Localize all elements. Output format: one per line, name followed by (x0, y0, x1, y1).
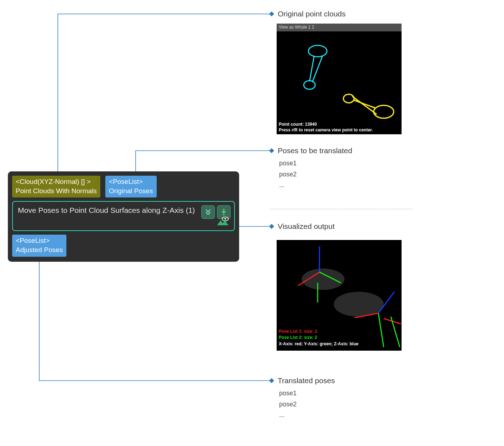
list-item: pose2 (279, 399, 335, 410)
output-port-adjusted-poses[interactable]: <PoseList> Adjusted Poses (12, 235, 66, 256)
callout-label: Original point clouds (278, 10, 346, 18)
eye-landscape-icon (216, 217, 229, 226)
callout-visualized-output: Visualized output (270, 222, 335, 231)
point-count-text: Point count: 13940 (279, 121, 373, 127)
pose-viewer-legend: Pose List 1: size: 2 Pose List 2: size: … (279, 329, 358, 347)
list-item: pose1 (279, 158, 352, 169)
pose-list-1-size: Pose List 1: size: 2 (279, 329, 358, 335)
callout-label: Translated poses (278, 376, 335, 385)
list-item: pose2 (279, 169, 352, 180)
list-item: ... (279, 180, 352, 191)
node-title: Move Poses to Point Cloud Surfaces along… (18, 206, 195, 215)
point-cloud-viewer: View as Whole 1 2 Point count: 13940 Pre… (277, 24, 402, 134)
node-body: Move Poses to Point Cloud Surfaces along… (12, 201, 235, 231)
visualize-output-button[interactable] (216, 217, 229, 227)
run-step-button[interactable] (201, 205, 215, 219)
diamond-icon (269, 11, 274, 16)
callout-label: Poses to be translated (278, 146, 352, 155)
callout-original-point-clouds: Original point clouds (270, 10, 346, 18)
diamond-icon (269, 224, 274, 229)
port-label: Point Clouds With Normals (16, 187, 97, 195)
callout-poses-to-translate: Poses to be translated pose1 pose2 ... (270, 146, 352, 191)
callout-translated-poses: Translated poses pose1 pose2 ... (270, 376, 335, 421)
axis-legend: X-Axis: red; Y-Axis: green; Z-Axis: blue (279, 341, 358, 347)
svg-rect-3 (277, 31, 402, 134)
point-cloud-visual (277, 31, 402, 134)
input-port-point-clouds[interactable]: <Cloud(XYZ-Normal) [] > Point Clouds Wit… (12, 176, 100, 197)
port-label: Adjusted Poses (16, 246, 63, 254)
port-type: <PoseList> (109, 177, 153, 186)
pose-list: pose1 pose2 ... (279, 158, 352, 191)
port-label: Original Poses (109, 187, 153, 195)
svg-point-2 (225, 218, 226, 220)
down-arrow-stop-icon (220, 208, 228, 216)
diamond-icon (269, 378, 274, 383)
list-item: ... (279, 410, 335, 421)
callout-label: Visualized output (278, 222, 335, 230)
viewer-hint-text: Press r/R to reset camera view point to … (279, 127, 373, 133)
port-type: <Cloud(XYZ-Normal) [] > (16, 177, 97, 186)
viewer-footer: Point count: 13940 Press r/R to reset ca… (279, 121, 373, 133)
port-type: <PoseList> (16, 236, 63, 245)
diamond-icon (269, 148, 274, 153)
list-item: pose1 (279, 388, 335, 399)
section-divider (270, 209, 413, 209)
viewer-header[interactable]: View as Whole 1 2 (277, 24, 402, 31)
svg-point-0 (223, 214, 225, 216)
step-node: <Cloud(XYZ-Normal) [] > Point Clouds Wit… (8, 171, 239, 262)
double-chevron-down-icon (204, 208, 212, 216)
svg-point-10 (334, 292, 384, 317)
pose-viewer: Pose List 1: size: 2 Pose List 2: size: … (277, 240, 402, 351)
input-port-original-poses[interactable]: <PoseList> Original Poses (105, 176, 157, 197)
pose-list-2-size: Pose List 2: size: 2 (279, 335, 358, 341)
pose-list: pose1 pose2 ... (279, 388, 335, 421)
